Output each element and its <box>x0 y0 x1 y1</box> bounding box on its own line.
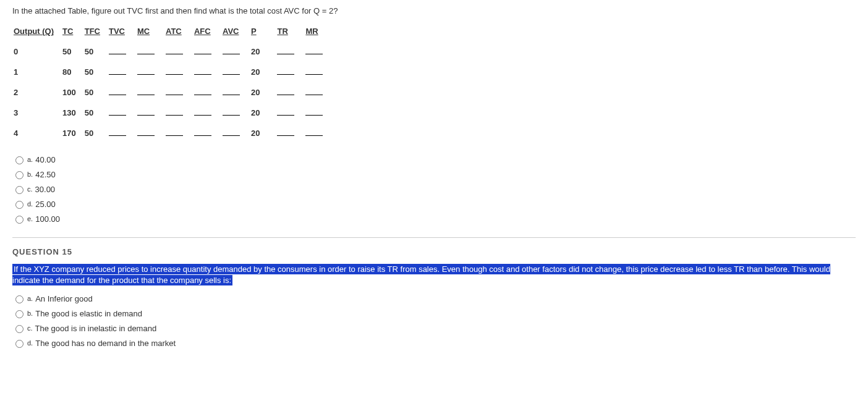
cell-tvc <box>109 124 136 143</box>
cell-atc <box>166 124 193 143</box>
cell-mr <box>305 62 333 82</box>
cell-atc <box>166 83 193 102</box>
cell-mc <box>137 83 164 102</box>
option-row[interactable]: c.The good is in inelastic in demand <box>12 322 856 334</box>
cell-p: 20 <box>251 103 267 122</box>
option-letter: b. <box>27 310 33 317</box>
radio-input[interactable] <box>15 295 23 303</box>
question-14: In the attached Table, figure out TVC fi… <box>12 6 856 225</box>
option-letter: a. <box>27 156 33 163</box>
option-text: An Inferior good <box>35 294 93 303</box>
cell-mr <box>305 42 333 61</box>
option-row[interactable]: b.The good is elastic in demand <box>12 307 856 319</box>
cell-tc: 100 <box>62 83 83 102</box>
cell-tfc: 50 <box>85 124 108 143</box>
option-letter: e. <box>27 215 33 222</box>
radio-input[interactable] <box>15 186 23 194</box>
col-afc: AFC <box>194 22 221 41</box>
option-text: The good has no demand in the market <box>35 339 176 348</box>
cell-avc <box>223 103 250 122</box>
option-text: 100.00 <box>35 214 60 224</box>
option-text: 25.00 <box>35 200 56 209</box>
table-header-row: Output (Q) TC TFC TVC MC ATC AFC AVC P T… <box>14 22 333 41</box>
option-letter: d. <box>27 200 33 208</box>
option-row[interactable]: a.40.00 <box>12 153 856 166</box>
cell-q: 0 <box>14 42 61 61</box>
option-row[interactable]: c.30.00 <box>12 183 856 195</box>
option-row[interactable]: d.The good has no demand in the market <box>12 337 856 349</box>
cell-spacer <box>268 124 276 143</box>
cell-tr <box>277 103 304 122</box>
cell-spacer <box>268 62 276 82</box>
option-letter: c. <box>27 324 33 332</box>
col-mc: MC <box>137 22 164 41</box>
col-spacer <box>268 22 276 41</box>
option-letter: a. <box>27 295 33 302</box>
cell-tvc <box>109 83 136 102</box>
option-text: 30.00 <box>35 185 56 194</box>
cell-p: 20 <box>251 42 267 61</box>
question-15: QUESTION 15 If the XYZ company reduced p… <box>12 247 856 349</box>
cell-avc <box>223 124 250 143</box>
col-tc: TC <box>62 22 83 41</box>
cell-afc <box>194 103 221 122</box>
cell-avc <box>223 62 250 82</box>
cell-tr <box>277 83 304 102</box>
table-row: 31305020 <box>14 103 333 122</box>
question-intro: In the attached Table, figure out TVC fi… <box>12 6 856 15</box>
cell-tr <box>277 124 304 143</box>
cell-tfc: 50 <box>85 62 108 82</box>
option-letter: b. <box>27 171 33 178</box>
cell-atc <box>166 62 193 82</box>
q15-options: a.An Inferior goodb.The good is elastic … <box>12 292 856 349</box>
option-row[interactable]: b.42.50 <box>12 168 856 180</box>
divider <box>12 237 856 238</box>
radio-input[interactable] <box>15 340 23 348</box>
option-row[interactable]: d.25.00 <box>12 198 856 210</box>
cell-tc: 170 <box>62 124 83 143</box>
cell-tfc: 50 <box>85 103 108 122</box>
cell-p: 20 <box>251 62 267 82</box>
cell-tc: 130 <box>62 103 83 122</box>
option-letter: c. <box>27 185 33 193</box>
radio-input[interactable] <box>15 156 23 164</box>
cell-mr <box>305 83 333 102</box>
cell-p: 20 <box>251 83 267 102</box>
cell-mc <box>137 62 164 82</box>
radio-input[interactable] <box>15 325 23 333</box>
cell-afc <box>194 124 221 143</box>
option-letter: d. <box>27 339 33 347</box>
cell-spacer <box>268 103 276 122</box>
question-text: If the XYZ company reduced prices to inc… <box>12 264 856 286</box>
cell-avc <box>223 42 250 61</box>
option-row[interactable]: e.100.00 <box>12 213 856 225</box>
radio-input[interactable] <box>15 201 23 209</box>
cell-tvc <box>109 42 136 61</box>
col-avc: AVC <box>223 22 250 41</box>
option-row[interactable]: a.An Inferior good <box>12 292 856 305</box>
radio-input[interactable] <box>15 216 23 224</box>
cell-tc: 80 <box>62 62 83 82</box>
cell-tc: 50 <box>62 42 83 61</box>
cell-mc <box>137 103 164 122</box>
cell-spacer <box>268 83 276 102</box>
option-text: 40.00 <box>35 155 56 164</box>
cell-q: 2 <box>14 83 61 102</box>
cell-spacer <box>268 42 276 61</box>
cell-tvc <box>109 62 136 82</box>
cell-mc <box>137 124 164 143</box>
radio-input[interactable] <box>15 310 23 318</box>
cost-table: Output (Q) TC TFC TVC MC ATC AFC AVC P T… <box>12 20 334 144</box>
table-row: 0505020 <box>14 42 333 61</box>
col-output: Output (Q) <box>14 22 61 41</box>
col-tr: TR <box>277 22 304 41</box>
cell-q: 4 <box>14 124 61 143</box>
highlighted-question-text: If the XYZ company reduced prices to inc… <box>12 264 830 285</box>
col-p: P <box>251 22 267 41</box>
cell-atc <box>166 103 193 122</box>
table-row: 21005020 <box>14 83 333 102</box>
cell-tfc: 50 <box>85 83 108 102</box>
radio-input[interactable] <box>15 171 23 179</box>
col-tfc: TFC <box>85 22 108 41</box>
option-text: The good is in inelastic in demand <box>35 324 157 333</box>
